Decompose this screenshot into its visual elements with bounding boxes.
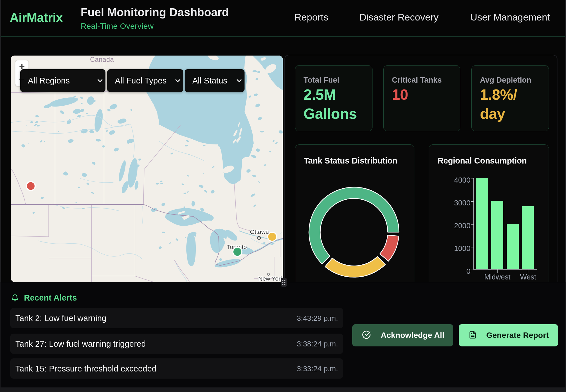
svg-text:Ottawa: Ottawa [250,228,269,235]
svg-text:3000: 3000 [454,199,471,207]
svg-text:0: 0 [467,267,471,275]
svg-text:2000: 2000 [454,221,471,230]
svg-text:4000: 4000 [454,176,471,184]
svg-text:Canada: Canada [90,56,114,63]
svg-text:New York: New York [258,275,283,282]
svg-text:West: West [520,273,536,281]
svg-text:Midwest: Midwest [484,273,510,281]
svg-text:1000: 1000 [454,244,471,253]
